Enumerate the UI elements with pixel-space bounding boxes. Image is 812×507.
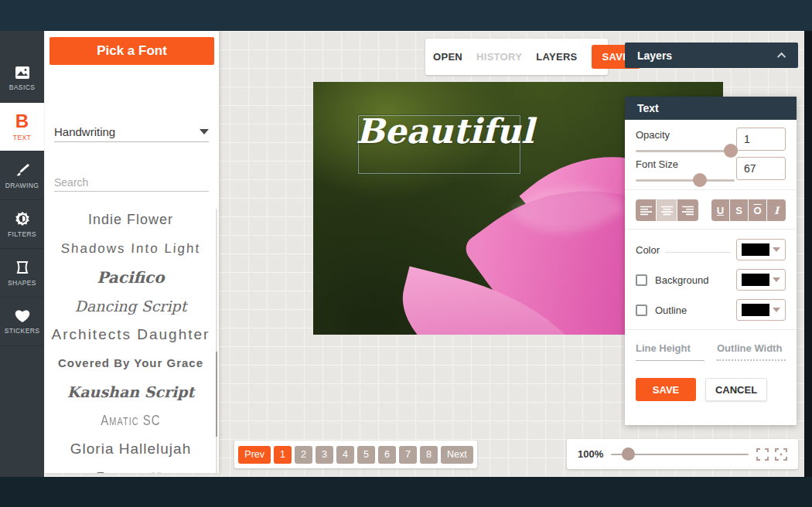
background-checkbox[interactable] — [636, 274, 647, 286]
canvas-text-layer[interactable]: Beautiful — [356, 111, 526, 151]
prev-page-button[interactable]: Prev — [238, 446, 271, 464]
font-size-slider-thumb[interactable] — [693, 173, 707, 187]
font-list-scrollbar[interactable] — [216, 209, 217, 473]
font-list-item[interactable]: Amatic SC — [45, 402, 217, 437]
font-list-item[interactable]: Courgette — [45, 463, 217, 473]
sidebar-item-stickers[interactable]: STICKERS — [0, 298, 44, 346]
page-button-2[interactable]: 2 — [295, 446, 312, 464]
font-picker-panel: Pick a Font Handwriting Indie Flower Sha… — [45, 31, 219, 473]
sidebar-item-label: FILTERS — [8, 230, 36, 238]
layers-panel-header[interactable]: Layers — [625, 43, 798, 68]
image-icon — [15, 66, 30, 80]
editor-stage: BASICS B TEXT DRAWING FILTERS SHAPES — [0, 0, 812, 507]
align-left-button[interactable] — [636, 199, 657, 221]
font-list: Indie Flower Shadows Into Light Pacifico… — [45, 206, 217, 473]
sidebar-item-label: SHAPES — [8, 279, 36, 287]
align-right-button[interactable] — [677, 199, 698, 221]
text-style-group: U S O I — [711, 199, 786, 221]
strikethrough-button[interactable]: S — [730, 199, 749, 221]
font-category-value: Handwriting — [54, 125, 115, 138]
font-search-input[interactable] — [54, 173, 209, 192]
top-toolbar: OPEN HISTORY LAYERS SAVE — [425, 39, 608, 75]
text-align-group — [636, 199, 698, 221]
chevron-down-icon — [773, 277, 780, 282]
fit-to-screen-icon[interactable] — [775, 448, 787, 461]
outline-label: Outline — [655, 305, 736, 316]
color-chip — [742, 243, 769, 256]
zoom-percentage: 100% — [578, 448, 603, 460]
chevron-down-icon — [773, 247, 780, 252]
opacity-slider[interactable] — [636, 150, 735, 152]
font-size-input[interactable] — [736, 157, 786, 180]
font-list-item[interactable]: Shadows Into Light — [45, 234, 217, 263]
opacity-slider-thumb[interactable] — [724, 144, 738, 158]
overline-button[interactable]: O — [749, 199, 767, 221]
background-label: Background — [655, 274, 736, 286]
chevron-down-icon — [200, 129, 209, 134]
sidebar-item-basics[interactable]: BASICS — [0, 54, 44, 103]
text-save-button[interactable]: SAVE — [636, 378, 696, 401]
font-pagination: Prev 1 2 3 4 5 6 7 8 Next — [234, 441, 477, 468]
line-height-field[interactable]: Line Height — [636, 342, 705, 361]
tool-sidebar: BASICS B TEXT DRAWING FILTERS SHAPES — [0, 31, 44, 477]
text-color-picker[interactable] — [736, 239, 786, 260]
italic-button[interactable]: I — [767, 199, 786, 221]
underline-button[interactable]: U — [711, 199, 730, 221]
font-list-item[interactable]: Indie Flower — [45, 206, 217, 234]
sidebar-item-label: DRAWING — [5, 182, 39, 189]
layers-button[interactable]: LAYERS — [536, 51, 577, 63]
sidebar-spacer — [0, 31, 44, 54]
brush-icon — [15, 162, 30, 178]
outline-width-field[interactable]: Outline Width — [717, 342, 786, 361]
divider — [625, 189, 797, 190]
divider — [625, 329, 797, 330]
text-properties-panel: Text Opacity Font Size — [625, 97, 797, 425]
sidebar-item-filters[interactable]: FILTERS — [0, 200, 44, 249]
chevron-up-icon — [777, 52, 786, 60]
text-layer-selection-box[interactable]: Beautiful — [358, 115, 520, 174]
color-chip — [742, 274, 769, 286]
next-page-button[interactable]: Next — [441, 446, 473, 464]
heart-icon — [14, 308, 31, 323]
right-edge-strip — [804, 31, 812, 477]
text-cancel-button[interactable]: CANCEL — [705, 378, 767, 401]
page-button-6[interactable]: 6 — [378, 446, 396, 464]
page-button-4[interactable]: 4 — [336, 446, 354, 464]
scrollbar-thumb[interactable] — [216, 352, 217, 437]
sidebar-item-text[interactable]: B TEXT — [0, 103, 44, 151]
zoom-slider-thumb[interactable] — [622, 447, 635, 461]
background-color-picker[interactable] — [736, 269, 786, 291]
opacity-input[interactable] — [736, 128, 786, 151]
fullscreen-icon[interactable] — [756, 448, 769, 461]
align-center-button[interactable] — [657, 199, 677, 221]
sidebar-item-drawing[interactable]: DRAWING — [0, 151, 44, 200]
bold-b-icon: B — [15, 113, 29, 130]
font-size-slider[interactable] — [636, 179, 735, 182]
font-category-select[interactable]: Handwriting — [54, 122, 209, 142]
sidebar-item-label: BASICS — [9, 83, 36, 91]
outline-checkbox[interactable] — [636, 305, 647, 316]
font-list-item[interactable]: Architects Daughter — [45, 320, 217, 349]
color-chip — [742, 304, 769, 316]
sidebar-item-shapes[interactable]: SHAPES — [0, 249, 44, 298]
page-button-1[interactable]: 1 — [274, 446, 292, 464]
page-button-7[interactable]: 7 — [399, 446, 417, 464]
font-list-item[interactable]: Covered By Your Grace — [45, 349, 217, 377]
page-button-5[interactable]: 5 — [357, 446, 375, 464]
open-button[interactable]: OPEN — [433, 51, 462, 63]
outline-color-picker[interactable] — [736, 299, 786, 321]
layers-panel-title: Layers — [637, 49, 672, 62]
pick-a-font-header[interactable]: Pick a Font — [49, 37, 214, 65]
dotted-leader — [666, 252, 730, 253]
bottom-app-bar — [0, 477, 812, 507]
font-list-item[interactable]: Gloria Hallelujah — [45, 434, 217, 463]
zoom-slider[interactable] — [611, 454, 749, 455]
page-button-3[interactable]: 3 — [316, 446, 333, 464]
top-app-bar — [0, 0, 812, 31]
font-list-item[interactable]: Pacifico — [45, 263, 217, 291]
text-panel-title: Text — [625, 97, 797, 120]
history-button[interactable]: HISTORY — [476, 51, 522, 63]
font-list-item[interactable]: Dancing Script — [45, 291, 217, 320]
sidebar-item-label: TEXT — [13, 134, 31, 141]
page-button-8[interactable]: 8 — [420, 446, 438, 464]
